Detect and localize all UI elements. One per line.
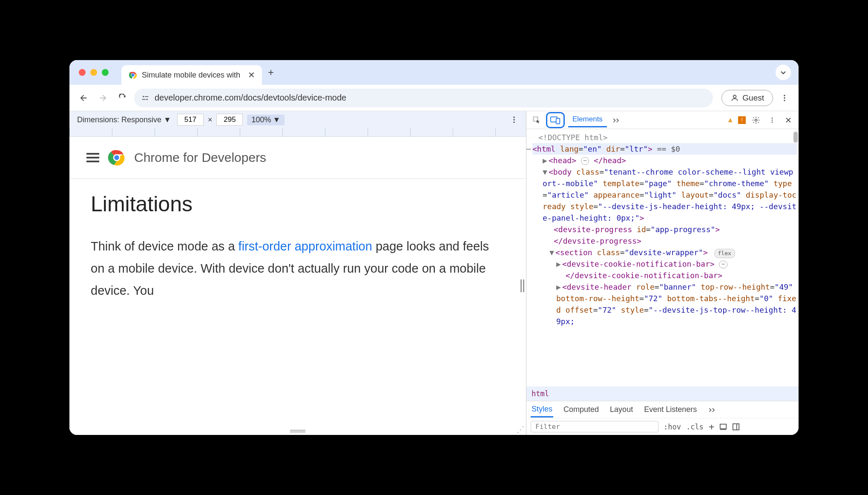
- profile-label: Guest: [742, 93, 764, 103]
- toggle-sidebar-icon[interactable]: [732, 423, 740, 431]
- dom-progress-element[interactable]: <devsite-progress id="app-progress"></de…: [532, 224, 797, 247]
- chrome-logo-icon: [108, 149, 126, 167]
- dom-doctype: <!DOCTYPE html>: [532, 132, 797, 143]
- dom-tree[interactable]: <!DOCTYPE html> ⋯<html lang="en" dir="lt…: [526, 129, 799, 386]
- toggle-device-toolbar-icon[interactable]: [546, 112, 565, 128]
- computed-tab[interactable]: Computed: [563, 403, 600, 417]
- more-styles-tabs-icon[interactable]: [707, 404, 717, 415]
- layout-tab[interactable]: Layout: [609, 403, 634, 417]
- more-tabs-icon[interactable]: [610, 114, 622, 126]
- inspect-element-icon[interactable]: [531, 114, 543, 126]
- svg-point-9: [784, 97, 785, 98]
- close-devtools-icon[interactable]: [782, 114, 794, 126]
- simulated-viewport[interactable]: Chrome for Developers Limitations Think …: [69, 137, 526, 435]
- height-input[interactable]: [216, 114, 243, 126]
- browser-toolbar: developer.chrome.com/docs/devtools/devic…: [69, 85, 799, 111]
- scrollbar-thumb[interactable]: [793, 132, 798, 143]
- back-button[interactable]: [75, 90, 92, 106]
- dom-body-element[interactable]: ▼<body class="tenant--chrome color-schem…: [532, 166, 797, 224]
- svg-point-12: [513, 119, 514, 120]
- svg-point-8: [784, 95, 785, 96]
- site-brand: Chrome for Developers: [134, 150, 266, 165]
- svg-rect-6: [142, 99, 146, 100]
- styles-tabs: Styles Computed Layout Event Listeners: [526, 401, 799, 418]
- hamburger-icon[interactable]: [86, 153, 99, 162]
- times-label: ×: [208, 115, 213, 124]
- browser-tab[interactable]: Simulate mobile devices with ✕: [121, 65, 262, 85]
- reload-button[interactable]: [115, 90, 131, 106]
- zoom-dropdown[interactable]: 100% ▼: [247, 115, 285, 125]
- devtools-menu-icon[interactable]: [766, 114, 778, 126]
- dom-breadcrumb[interactable]: html: [526, 386, 799, 401]
- tab-search-button[interactable]: [776, 65, 791, 80]
- address-bar[interactable]: developer.chrome.com/docs/devtools/devic…: [134, 89, 713, 107]
- chrome-window: Simulate mobile devices with ✕ + develop…: [69, 60, 799, 435]
- svg-point-13: [513, 121, 514, 123]
- resize-handle-right[interactable]: [520, 279, 524, 292]
- warning-icon[interactable]: ▲: [727, 116, 734, 124]
- svg-point-21: [772, 118, 773, 119]
- page-heading: Limitations: [91, 192, 505, 216]
- svg-point-1: [132, 74, 134, 76]
- styles-tab[interactable]: Styles: [531, 402, 553, 417]
- device-toolbar-menu[interactable]: [510, 115, 518, 124]
- site-settings-icon[interactable]: [141, 94, 149, 102]
- forward-button[interactable]: [95, 90, 111, 106]
- issues-icon[interactable]: !: [738, 116, 746, 124]
- new-tab-button[interactable]: +: [268, 66, 274, 78]
- ruler: [69, 128, 526, 137]
- page-paragraph: Think of device mode as a first-order ap…: [91, 235, 505, 302]
- svg-point-7: [733, 95, 736, 98]
- device-mode-pane: Dimensions: Responsive ▼ × 100% ▼ Chrome…: [69, 111, 526, 435]
- svg-point-11: [513, 117, 514, 118]
- tab-strip: Simulate mobile devices with ✕ +: [69, 60, 799, 85]
- svg-point-23: [772, 121, 773, 123]
- svg-point-10: [784, 100, 785, 101]
- dom-header-element[interactable]: ▶<devsite-header role="banner" top-row--…: [532, 281, 797, 327]
- svg-point-22: [772, 119, 773, 121]
- window-controls: [79, 69, 109, 76]
- chrome-menu-button[interactable]: [776, 90, 793, 106]
- url-text: developer.chrome.com/docs/devtools/devic…: [155, 93, 346, 103]
- svg-point-5: [147, 98, 148, 100]
- tab-title: Simulate mobile devices with: [142, 71, 240, 80]
- cls-toggle[interactable]: .cls: [686, 423, 704, 431]
- approximation-link[interactable]: first-order approximation: [239, 239, 372, 253]
- event-listeners-tab[interactable]: Event Listeners: [643, 403, 698, 417]
- toggle-computed-icon[interactable]: [719, 423, 727, 431]
- resize-handle-bottom[interactable]: [289, 430, 306, 432]
- styles-toolbar: :hov .cls +: [526, 418, 799, 435]
- hov-toggle[interactable]: :hov: [664, 423, 681, 431]
- svg-rect-19: [556, 118, 560, 124]
- close-tab-icon[interactable]: ✕: [248, 70, 255, 80]
- elements-tab[interactable]: Elements: [568, 112, 607, 127]
- close-window-button[interactable]: [79, 69, 86, 76]
- profile-button[interactable]: Guest: [721, 90, 773, 106]
- person-icon: [730, 94, 739, 102]
- minimize-window-button[interactable]: [90, 69, 97, 76]
- svg-point-20: [755, 119, 757, 121]
- width-input[interactable]: [177, 114, 204, 126]
- svg-point-3: [143, 96, 144, 97]
- svg-rect-25: [733, 423, 739, 429]
- devtools-header: Elements ▲ !: [526, 111, 799, 129]
- device-toolbar: Dimensions: Responsive ▼ × 100% ▼: [69, 111, 526, 128]
- svg-rect-4: [145, 96, 148, 97]
- page-body: Limitations Think of device mode as a fi…: [69, 179, 526, 315]
- new-style-rule-icon[interactable]: +: [709, 421, 714, 432]
- chrome-favicon-icon: [128, 70, 138, 80]
- dom-html-element[interactable]: ⋯<html lang="en" dir="ltr"> == $0: [532, 143, 797, 155]
- styles-filter-input[interactable]: [531, 421, 658, 432]
- svg-rect-24: [720, 424, 726, 429]
- dom-head-element[interactable]: ▶<head> ⋯ </head>: [532, 155, 797, 166]
- dimensions-dropdown[interactable]: Dimensions: Responsive ▼: [77, 115, 171, 124]
- dom-section-element[interactable]: ▼<section class="devsite-wrapper"> flex: [532, 247, 797, 258]
- settings-icon[interactable]: [750, 114, 762, 126]
- maximize-window-button[interactable]: [102, 69, 109, 76]
- page-header: Chrome for Developers: [69, 137, 526, 179]
- content-split: Dimensions: Responsive ▼ × 100% ▼ Chrome…: [69, 111, 799, 435]
- resize-handle-corner[interactable]: ⋰: [517, 425, 524, 434]
- devtools-panel: Elements ▲ ! <!DOCTYPE html> ⋯<html lang…: [526, 111, 799, 435]
- dom-cookie-element[interactable]: ▶<devsite-cookie-notification-bar> ⋯ </d…: [532, 258, 797, 281]
